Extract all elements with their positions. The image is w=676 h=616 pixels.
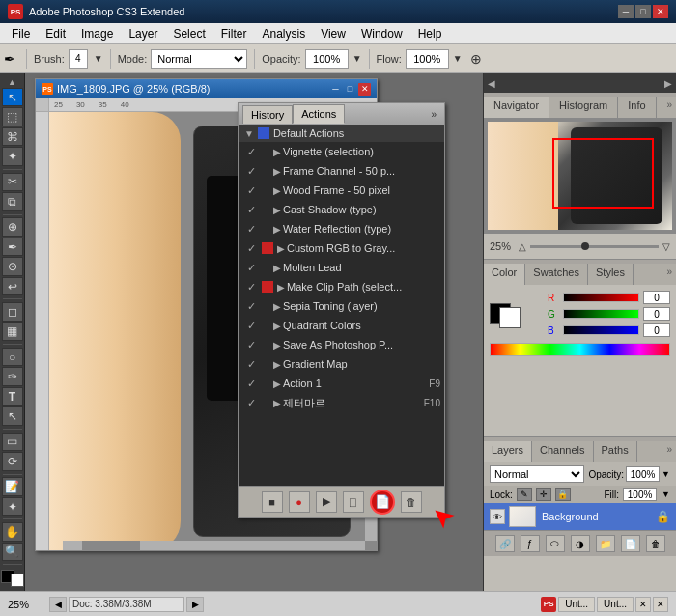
mode-select[interactable]: Normal [151, 49, 247, 69]
new-set-btn[interactable]: ⎕ [343, 491, 364, 513]
new-layer-btn[interactable]: 📄 [621, 535, 640, 552]
right-panel-right-arrow[interactable]: ▶ [661, 78, 676, 89]
color-options-btn[interactable]: » [662, 264, 676, 285]
record-btn[interactable]: ● [289, 491, 310, 513]
taskbar-close-2[interactable]: ✕ [653, 597, 668, 612]
doc-minimize-btn[interactable]: ─ [329, 83, 342, 96]
play-btn[interactable]: ▶ [316, 491, 337, 513]
tool-3d-rotate[interactable]: ⟳ [2, 452, 23, 470]
nav-zoom-out-icon[interactable]: △ [519, 241, 526, 252]
menu-layer[interactable]: Layer [121, 25, 165, 42]
action-row-frame-channel[interactable]: ✓ ▶ Frame Channel - 50 p... [239, 161, 444, 181]
tool-zoom[interactable]: 🔍 [2, 543, 23, 561]
color-ramp[interactable] [490, 343, 670, 356]
tool-type[interactable]: T [2, 387, 23, 406]
menu-select[interactable]: Select [165, 25, 212, 42]
g-slider[interactable] [563, 309, 639, 319]
delete-layer-btn[interactable]: 🗑 [646, 535, 665, 552]
action-group-default[interactable]: ▼ Default Actions [239, 125, 444, 142]
left-top-arrow[interactable]: ▲ [2, 77, 23, 87]
fill-adjustment-btn[interactable]: ◑ [571, 535, 590, 552]
action-row-cast-shadow[interactable]: ✓ ▶ Cast Shadow (type) [239, 200, 444, 219]
tool-stamp[interactable]: ⊙ [2, 257, 23, 275]
tab-histogram[interactable]: Histogram [549, 97, 618, 118]
tab-layers[interactable]: Layers [484, 441, 532, 462]
action-row-quadrant[interactable]: ✓ ▶ Quadrant Colors [239, 316, 444, 335]
new-group-btn[interactable]: 📁 [596, 535, 615, 552]
tool-dodge[interactable]: ○ [2, 348, 23, 366]
panel-expand-btn[interactable]: » [427, 109, 440, 120]
tab-styles[interactable]: Styles [588, 264, 634, 285]
tool-heal[interactable]: ⊕ [2, 217, 23, 236]
fill-input[interactable] [623, 488, 657, 501]
new-action-btn-highlighted[interactable]: 📄 [370, 490, 395, 515]
menu-help[interactable]: Help [410, 25, 450, 42]
stop-btn[interactable]: ■ [262, 491, 283, 513]
layer-visibility-btn[interactable]: 👁 [490, 509, 505, 524]
action-row-vignette[interactable]: ✓ ▶ Vignette (selection) [239, 142, 444, 161]
tool-notes[interactable]: 📝 [2, 477, 23, 495]
flow-dropdown-icon[interactable]: ▼ [453, 53, 463, 64]
tool-path-select[interactable]: ↖ [2, 406, 23, 425]
canvas-hscrollbar[interactable] [63, 541, 365, 550]
menu-window[interactable]: Window [353, 25, 410, 42]
history-tab[interactable]: History [242, 105, 293, 124]
action-row-water[interactable]: ✓ ▶ Water Reflection (type) [239, 219, 444, 238]
layers-options-btn[interactable]: » [662, 441, 676, 462]
action-row-save-ps[interactable]: ✓ ▶ Save As Photoshop P... [239, 335, 444, 354]
link-layers-btn[interactable]: 🔗 [495, 535, 515, 552]
tool-slice[interactable]: ⧉ [2, 192, 23, 210]
tool-gradient[interactable]: ▦ [2, 322, 23, 341]
g-value-input[interactable] [643, 307, 670, 321]
action-row-wood-frame[interactable]: ✓ ▶ Wood Frame - 50 pixel [239, 181, 444, 200]
tool-brush[interactable]: ✒ [2, 238, 23, 256]
tool-eyedropper[interactable]: ✦ [2, 497, 23, 516]
action-row-custom-rgb[interactable]: ✓ ▶ Custom RGB to Gray... [239, 238, 444, 258]
tool-shape[interactable]: ▭ [2, 433, 23, 451]
r-slider[interactable] [563, 293, 639, 302]
tool-eraser[interactable]: ◻ [2, 302, 23, 321]
brush-preview[interactable]: 4 [69, 49, 88, 69]
tab-swatches[interactable]: Swatches [525, 264, 588, 285]
menu-image[interactable]: Image [73, 25, 121, 42]
minimize-button[interactable]: ─ [618, 5, 634, 18]
flow-input[interactable] [406, 49, 449, 69]
menu-analysis[interactable]: Analysis [254, 25, 313, 42]
background-color[interactable] [11, 574, 24, 587]
background-layer-row[interactable]: 👁 Background 🔒 [484, 503, 676, 530]
maximize-button[interactable]: □ [635, 5, 651, 18]
tab-info[interactable]: Info [618, 97, 656, 118]
menu-edit[interactable]: Edit [38, 25, 73, 42]
lock-pixels-btn[interactable]: ✎ [517, 488, 532, 501]
action-row-clip-path[interactable]: ✓ ▶ Make Clip Path (select... [239, 277, 444, 296]
blend-mode-select[interactable]: Normal [490, 465, 584, 483]
tab-navigator[interactable]: Navigator [484, 97, 549, 118]
airbrush-icon[interactable]: ⊕ [470, 51, 482, 67]
delete-btn[interactable]: 🗑 [401, 491, 422, 513]
tool-magic-wand[interactable]: ✦ [2, 147, 23, 165]
menu-file[interactable]: File [4, 25, 38, 42]
action-row-gradient-map[interactable]: ✓ ▶ Gradient Map [239, 354, 444, 374]
tool-marquee[interactable]: ⬚ [2, 107, 23, 126]
actions-tab[interactable]: Actions [293, 104, 345, 124]
nav-next-btn[interactable]: ▶ [186, 597, 204, 612]
nav-options-btn[interactable]: » [662, 97, 676, 118]
layer-opacity-input[interactable] [626, 466, 660, 482]
tool-move[interactable]: ↖ [2, 88, 23, 106]
navigator-slider[interactable] [530, 245, 659, 248]
tool-history-brush[interactable]: ↩ [2, 277, 23, 295]
r-value-input[interactable] [643, 291, 670, 304]
right-panel-left-arrow[interactable]: ◀ [484, 78, 499, 89]
opacity-dropdown-icon[interactable]: ▼ [352, 53, 362, 64]
background-swatch[interactable] [499, 307, 521, 328]
opacity-dropdown-icon[interactable]: ▼ [662, 469, 670, 479]
tool-hand[interactable]: ✋ [2, 522, 23, 541]
b-value-input[interactable] [643, 323, 670, 337]
action-row-sepia[interactable]: ✓ ▶ Sepia Toning (layer) [239, 296, 444, 316]
taskbar-close-1[interactable]: ✕ [635, 597, 651, 612]
action-row-molten[interactable]: ✓ ▶ Molten Lead [239, 258, 444, 277]
tab-channels[interactable]: Channels [532, 441, 593, 462]
opacity-input[interactable] [305, 49, 349, 69]
lock-all-btn[interactable]: 🔒 [555, 488, 571, 501]
menu-view[interactable]: View [313, 25, 353, 42]
